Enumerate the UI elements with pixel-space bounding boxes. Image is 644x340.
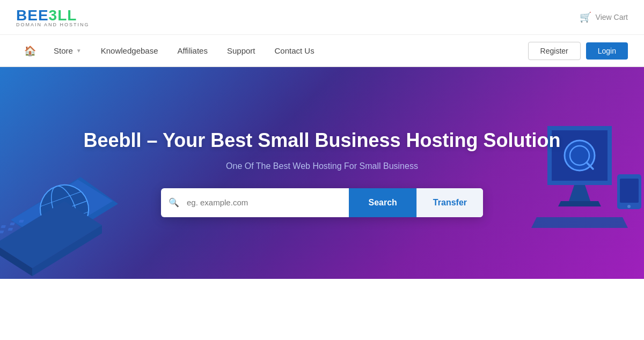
nav-item-store[interactable]: Store ▼	[44, 35, 91, 67]
search-icon: 🔍	[169, 197, 179, 208]
svg-point-32	[627, 205, 631, 208]
nav-bar: 🏠 Store ▼ Knowledgebase Affiliates Suppo…	[0, 35, 644, 67]
svg-rect-20	[0, 231, 4, 233]
home-icon: 🏠	[24, 45, 36, 57]
login-button[interactable]: Login	[586, 42, 628, 60]
logo-part2: 3LL	[49, 7, 77, 24]
transfer-button[interactable]: Transfer	[416, 188, 483, 217]
logo-subtitle: DOMAIN AND HOSTING	[16, 22, 90, 27]
svg-marker-27	[569, 185, 590, 201]
register-button[interactable]: Register	[528, 42, 581, 60]
nav-store-label: Store	[54, 46, 73, 55]
svg-marker-28	[558, 201, 601, 206]
hero-subtitle: One Of The Best Web Hosting For Small Bu…	[226, 161, 418, 171]
nav-support-label: Support	[227, 46, 255, 55]
hero-title: Beebll – Your Best Small Business Hostin…	[84, 129, 561, 152]
nav-contact-label: Contact Us	[275, 46, 314, 55]
view-cart-area[interactable]: 🛒 View Cart	[580, 11, 628, 23]
domain-search-input[interactable]	[187, 188, 349, 217]
nav-knowledgebase-label: Knowledgebase	[101, 46, 158, 55]
svg-rect-14	[1, 225, 6, 228]
logo-part1: BEE	[16, 7, 49, 24]
nav-store-arrow: ▼	[76, 48, 82, 54]
nav-item-affiliates[interactable]: Affiliates	[168, 35, 217, 67]
search-icon-wrap: 🔍	[161, 188, 187, 217]
cart-icon: 🛒	[580, 11, 591, 23]
search-button[interactable]: Search	[349, 188, 416, 217]
hero-content: Beebll – Your Best Small Business Hostin…	[84, 129, 561, 217]
nav-home[interactable]: 🏠	[16, 45, 44, 57]
nav-item-support[interactable]: Support	[217, 35, 265, 67]
nav-item-contact[interactable]: Contact Us	[265, 35, 324, 67]
svg-rect-21	[8, 228, 13, 231]
svg-marker-29	[531, 217, 628, 228]
search-bar: 🔍 Search Transfer	[161, 188, 483, 217]
svg-rect-31	[620, 179, 639, 203]
hero-section: Beebll – Your Best Small Business Hostin…	[0, 67, 644, 279]
view-cart-label: View Cart	[596, 13, 628, 21]
logo[interactable]: BEE3LL DOMAIN AND HOSTING	[16, 7, 90, 27]
nav-affiliates-label: Affiliates	[178, 46, 208, 55]
nav-item-knowledgebase[interactable]: Knowledgebase	[91, 35, 168, 67]
top-bar: BEE3LL DOMAIN AND HOSTING 🛒 View Cart	[0, 0, 644, 35]
svg-rect-15	[10, 223, 15, 225]
